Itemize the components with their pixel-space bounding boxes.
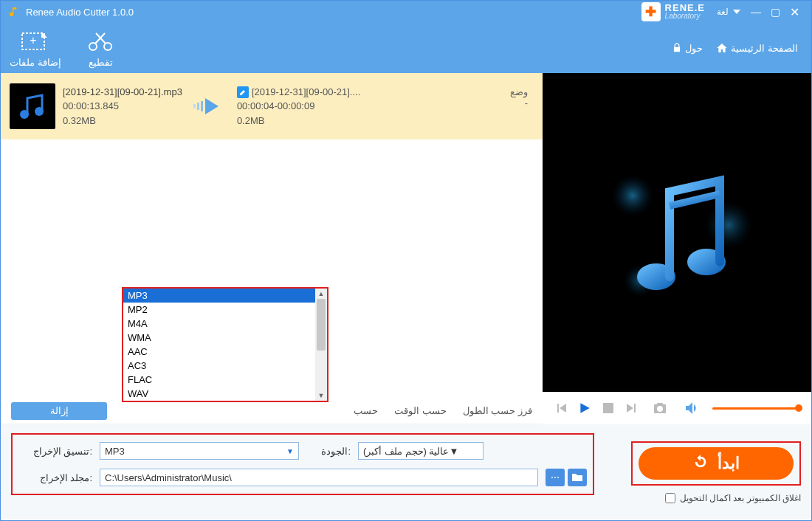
- output-settings: تنسيق الإخراج: MP3 ▼ الجودة: عالية (حجم …: [11, 433, 594, 511]
- start-highlight-box: ابدأ: [631, 441, 801, 486]
- format-option-mp3[interactable]: MP3: [123, 289, 315, 303]
- chevron-down-icon: ▼: [450, 446, 459, 457]
- file-size: 0.32MB: [63, 114, 182, 128]
- maximize-button[interactable]: ▢: [765, 4, 785, 20]
- stop-button[interactable]: [600, 400, 616, 416]
- about-link[interactable]: حول: [672, 43, 703, 54]
- scroll-down-icon[interactable]: ▼: [315, 390, 327, 401]
- plus-icon: ✚: [641, 2, 661, 21]
- format-option-ac3[interactable]: AC3: [123, 359, 315, 373]
- close-button[interactable]: ✕: [785, 4, 804, 20]
- add-files-label: إضافة ملفات: [10, 57, 61, 68]
- add-files-button[interactable]: + إضافة ملفات: [10, 29, 61, 68]
- folder-input[interactable]: C:\Users\Administrator\Music\: [100, 469, 538, 486]
- svg-point-9: [612, 175, 653, 216]
- format-option-wma[interactable]: WMA: [123, 331, 315, 345]
- format-value: MP3: [105, 446, 125, 457]
- svg-point-2: [89, 43, 97, 50]
- quality-combo[interactable]: عالية (حجم ملف أكبر) ▼: [358, 442, 484, 460]
- scrollbar-thumb[interactable]: [317, 299, 326, 351]
- format-option-aac[interactable]: AAC: [123, 345, 315, 359]
- app-icon: [8, 6, 20, 18]
- start-button[interactable]: ابدأ: [639, 447, 794, 480]
- format-option-mp2[interactable]: MP2: [123, 303, 315, 317]
- output-info: [2019-12-31][09-00-21].... 00:00:04-00:0…: [237, 85, 360, 128]
- left-column: [2019-12-31][09-00-21].mp3 00:00:13.845 …: [1, 73, 543, 424]
- brand-sub: Laboratory: [665, 12, 705, 20]
- prev-button[interactable]: [553, 400, 569, 416]
- svg-point-3: [104, 43, 111, 50]
- minimize-button[interactable]: —: [746, 4, 765, 20]
- app-window: Renee Audio Cutter 1.0.0 ✚ RENE.E Labora…: [0, 0, 812, 521]
- start-area: ابدأ اغلاق الكمبيوتر بعد اكمال التحويل: [594, 433, 801, 511]
- format-option-m4a[interactable]: M4A: [123, 317, 315, 331]
- start-label: ابدأ: [718, 454, 740, 473]
- scroll-up-icon[interactable]: ▲: [315, 289, 327, 299]
- format-list: MP3 MP2 M4A WMA AAC AC3 FLAC WAV: [123, 289, 315, 401]
- settings-highlight-box: تنسيق الإخراج: MP3 ▼ الجودة: عالية (حجم …: [11, 433, 594, 495]
- more-button[interactable]: ⋯: [546, 469, 565, 486]
- output-size: 0.2MB: [237, 114, 360, 128]
- svg-rect-7: [197, 103, 199, 110]
- add-files-icon: +: [21, 29, 50, 54]
- format-combo[interactable]: MP3 ▼: [100, 442, 299, 460]
- file-list-area: MP3 MP2 M4A WMA AAC AC3 FLAC WAV ▲ ▼: [1, 139, 543, 398]
- sort-by[interactable]: حسب: [354, 405, 378, 416]
- volume-knob[interactable]: [795, 404, 802, 412]
- format-label: تنسيق الإخراج:: [18, 446, 92, 457]
- volume-icon[interactable]: [684, 400, 701, 416]
- cut-button[interactable]: تقطيع: [75, 29, 126, 68]
- shutdown-checkbox[interactable]: [665, 493, 675, 503]
- volume-slider[interactable]: [712, 407, 801, 410]
- edit-icon[interactable]: [237, 86, 249, 98]
- home-icon: [716, 42, 728, 54]
- output-range: 00:00:04-00:00:09: [237, 99, 360, 114]
- file-status: وضع -: [510, 86, 528, 108]
- shutdown-checkbox-row[interactable]: اغلاق الكمبيوتر بعد اكمال التحويل: [665, 493, 801, 503]
- format-option-flac[interactable]: FLAC: [123, 373, 315, 387]
- output-name: [2019-12-31][09-00-21]....: [252, 85, 360, 100]
- cut-label: تقطيع: [89, 57, 113, 68]
- status-value: -: [510, 97, 528, 108]
- right-column: [543, 73, 811, 424]
- svg-rect-8: [201, 101, 203, 111]
- playback-controls: [543, 392, 811, 424]
- preview-panel: [543, 73, 811, 392]
- scissors-icon: [86, 29, 115, 54]
- format-scrollbar[interactable]: ▲ ▼: [315, 289, 327, 401]
- svg-rect-14: [603, 403, 613, 413]
- next-button[interactable]: [624, 400, 640, 416]
- remove-button[interactable]: إزالة: [11, 402, 107, 420]
- brand-name: RENE.E: [665, 4, 705, 12]
- music-note-icon: [596, 151, 758, 314]
- sort-by-time[interactable]: حسب الوقت: [394, 405, 447, 416]
- brand-logo: ✚ RENE.E Laboratory: [641, 2, 705, 21]
- svg-point-10: [705, 201, 752, 249]
- chevron-down-icon: [733, 8, 740, 15]
- play-button[interactable]: [577, 400, 593, 416]
- sort-by-length[interactable]: فرز حسب الطول: [463, 405, 532, 416]
- folder-icon: [572, 473, 582, 482]
- file-duration: 00:00:13.845: [63, 99, 182, 114]
- browse-folder-button[interactable]: [568, 469, 587, 486]
- file-name: [2019-12-31][09-00-21].mp3: [63, 85, 182, 100]
- file-row[interactable]: [2019-12-31][09-00-21].mp3 00:00:13.845 …: [1, 73, 543, 139]
- format-option-wav[interactable]: WAV: [123, 387, 315, 401]
- shutdown-label: اغلاق الكمبيوتر بعد اكمال التحويل: [680, 493, 801, 503]
- language-dropdown[interactable]: [733, 8, 740, 15]
- status-label: وضع: [510, 86, 528, 97]
- quality-value: عالية (حجم ملف أكبر): [363, 446, 450, 457]
- home-link[interactable]: الصفحة الرئيسية: [716, 42, 798, 54]
- main-body: [2019-12-31][09-00-21].mp3 00:00:13.845 …: [1, 73, 811, 424]
- title-bar: Renee Audio Cutter 1.0.0 ✚ RENE.E Labora…: [1, 1, 811, 23]
- file-thumbnail: [10, 83, 55, 129]
- svg-rect-6: [193, 104, 196, 108]
- app-title: Renee Audio Cutter 1.0.0: [26, 7, 134, 18]
- language-label: لغة: [717, 7, 729, 17]
- format-dropdown-popup: MP3 MP2 M4A WMA AAC AC3 FLAC WAV ▲ ▼: [122, 287, 328, 402]
- bottom-panel: تنسيق الإخراج: MP3 ▼ الجودة: عالية (حجم …: [1, 424, 811, 520]
- folder-label: مجلد الإخراج:: [18, 472, 92, 483]
- svg-text:+: +: [30, 34, 36, 46]
- arrow-icon: [191, 97, 228, 116]
- snapshot-button[interactable]: [652, 400, 668, 416]
